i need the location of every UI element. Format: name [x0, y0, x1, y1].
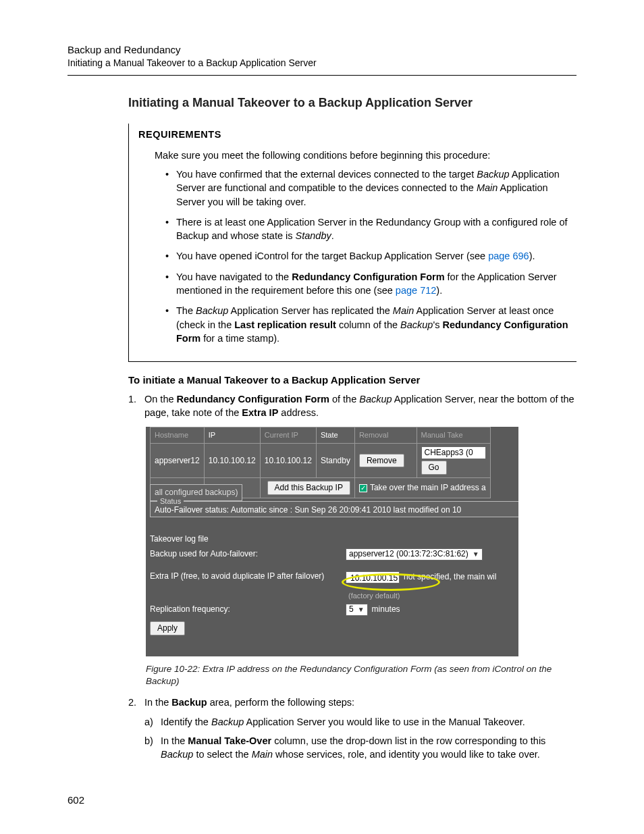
req-item: There is at least one Application Server…: [165, 215, 570, 243]
add-backup-button[interactable]: Add this Backup IP: [267, 481, 350, 495]
step-list: 1. On the Redundancy Configuration Form …: [128, 392, 576, 420]
figure-screenshot: Hostname IP Current IP State Removal Man…: [146, 427, 518, 656]
table-row: appserver12 10.10.100.12 10.10.100.12 St…: [151, 444, 491, 478]
status-text: Auto-Failover status: Automatic since : …: [151, 504, 518, 516]
figure-caption: Figure 10-22: Extra IP address on the Re…: [146, 663, 576, 687]
col-hostname: Hostname: [151, 427, 205, 443]
substep-a: a) Identify the Backup Application Serve…: [144, 715, 576, 729]
chevron-down-icon: ▼: [473, 550, 479, 559]
row-logfile: Takeover log file: [150, 533, 518, 545]
req-item: You have confirmed that the external dev…: [165, 167, 570, 209]
remove-button[interactable]: Remove: [359, 454, 404, 468]
requirements-intro: Make sure you meet the following conditi…: [155, 149, 570, 162]
substep-list: a) Identify the Backup Application Serve…: [144, 715, 576, 762]
requirements-heading: REQUIREMENTS: [138, 128, 570, 141]
link-page-696[interactable]: page 696: [488, 251, 529, 261]
step-list-2: 2. In the Backup area, perform the follo…: [128, 696, 576, 766]
section-title: Initiating a Manual Takeover to a Backup…: [128, 95, 576, 111]
extra-ip-input[interactable]: 10.10.100.15: [346, 571, 400, 583]
manual-takeover-select[interactable]: CHEapps3 (0: [421, 446, 486, 459]
header-line1: Backup and Redundancy: [68, 43, 576, 57]
req-item: The Backup Application Server has replic…: [165, 304, 570, 345]
col-currentip: Current IP: [260, 427, 316, 443]
running-header: Backup and Redundancy Initiating a Manua…: [68, 43, 576, 70]
header-line2: Initiating a Manual Takeover to a Backup…: [68, 57, 576, 70]
backup-used-select[interactable]: appserver12 (00:13:72:3C:81:62)▼: [346, 548, 483, 561]
status-box: Status Auto-Failover status: Automatic s…: [150, 501, 518, 517]
req-item: You have opened iControl for the target …: [165, 249, 570, 263]
step-1: 1. On the Redundancy Configuration Form …: [128, 392, 576, 420]
col-state: State: [316, 427, 354, 443]
header-rule: [68, 75, 576, 76]
replication-select[interactable]: 5▼: [346, 604, 368, 616]
go-button[interactable]: Go: [421, 461, 447, 475]
page-number: 602: [68, 793, 84, 807]
requirements-box: REQUIREMENTS Make sure you meet the foll…: [128, 124, 576, 362]
procedure-subhead: To initiate a Manual Takeover to a Backu…: [128, 373, 576, 387]
takeover-checkbox[interactable]: ✓: [359, 484, 367, 492]
col-ip: IP: [204, 427, 260, 443]
factory-default-label: (factory default): [348, 591, 400, 601]
step-2: 2. In the Backup area, perform the follo…: [128, 696, 576, 766]
status-legend: Status: [157, 496, 184, 506]
link-page-712[interactable]: page 712: [396, 285, 436, 296]
requirements-list: You have confirmed that the external dev…: [165, 167, 570, 345]
col-manual: Manual Take: [417, 427, 490, 443]
apply-button[interactable]: Apply: [150, 621, 185, 635]
substep-b: b) In the Manual Take-Over column, use t…: [144, 734, 576, 762]
req-item: You have navigated to the Redundancy Con…: [165, 270, 570, 298]
col-removal: Removal: [354, 427, 417, 443]
row-replication: Replication frequency: 5▼ minutes: [150, 604, 518, 616]
chevron-down-icon: ▼: [358, 605, 365, 615]
row-backup-used: Backup used for Auto-failover: appserver…: [150, 548, 518, 561]
row-extra-ip: Extra IP (free, to avoid duplicate IP af…: [150, 571, 518, 583]
